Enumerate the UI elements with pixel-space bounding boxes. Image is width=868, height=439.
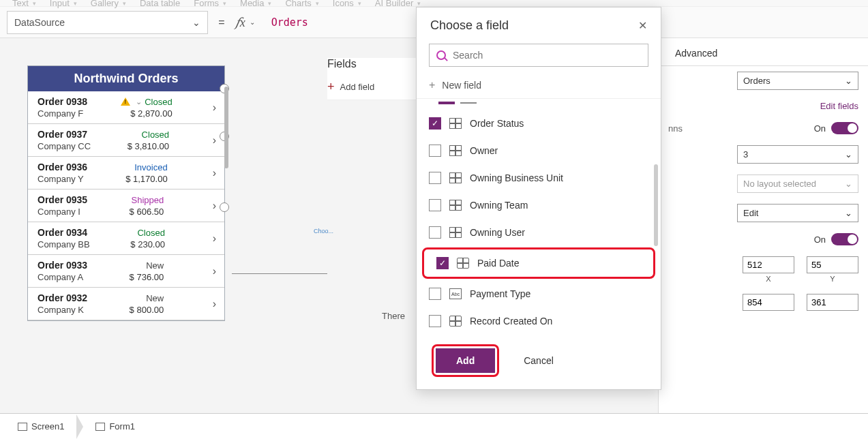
date-field-icon xyxy=(449,316,462,327)
insert-gallery[interactable]: Gallery▾ xyxy=(91,0,126,8)
order-status: Invoiced xyxy=(134,162,167,172)
fields-panel: Fields + Add field xyxy=(327,58,416,100)
order-row[interactable]: Order 0932Company K New$ 800.00 › xyxy=(28,288,224,320)
order-status: Closed xyxy=(145,97,172,107)
chevron-down-icon: ⌄ xyxy=(192,17,200,28)
order-id: Order 0936 xyxy=(38,162,87,172)
order-company: Company A xyxy=(38,272,87,282)
field-checkbox[interactable] xyxy=(429,315,441,327)
chevron-right-icon: › xyxy=(213,265,216,277)
add-button[interactable]: Add xyxy=(436,348,495,373)
field-checkbox[interactable] xyxy=(429,145,441,157)
order-company: Company CC xyxy=(38,141,91,151)
field-item[interactable]: Record Created On xyxy=(417,307,661,335)
insert-forms[interactable]: Forms▾ xyxy=(194,0,226,8)
tab-screen1[interactable]: Screen1 xyxy=(10,417,72,436)
order-id: Order 0932 xyxy=(38,292,87,303)
prop-columns-select[interactable]: 3⌄ xyxy=(737,145,858,164)
chevron-right-icon: › xyxy=(213,134,216,147)
lookup-field-icon xyxy=(449,118,462,129)
new-field-label: New field xyxy=(442,80,481,91)
date-field-icon xyxy=(457,258,469,269)
insert-charts[interactable]: Charts▾ xyxy=(285,0,318,8)
close-icon[interactable]: ✕ xyxy=(638,19,647,32)
field-label: Record Created On xyxy=(470,316,552,327)
order-row[interactable]: Order 0936Company Y Invoiced$ 1,170.00 › xyxy=(28,157,224,190)
plus-icon: + xyxy=(429,79,435,91)
scrollbar[interactable] xyxy=(224,87,228,168)
order-row[interactable]: Order 0937Company CC Closed$ 3,810.00 › xyxy=(28,124,224,157)
order-amount: $ 800.00 xyxy=(130,305,164,315)
field-item[interactable]: Owning Business Unit xyxy=(417,164,661,192)
warning-icon xyxy=(121,97,130,106)
edit-fields-link[interactable]: Edit fields xyxy=(820,101,858,111)
lookup-field-icon xyxy=(449,200,462,211)
insert-media[interactable]: Media▾ xyxy=(240,0,271,8)
field-search[interactable] xyxy=(429,44,648,67)
order-row[interactable]: Order 0935Company I Shipped$ 606.50 › xyxy=(28,190,224,222)
field-checkbox[interactable] xyxy=(429,117,441,130)
search-icon xyxy=(436,50,446,60)
field-item[interactable]: Owning User xyxy=(417,219,661,246)
field-preview-icon xyxy=(417,99,661,110)
field-label: Owning Team xyxy=(470,200,528,211)
order-amount: $ 606.50 xyxy=(130,207,164,217)
fx-button[interactable]: 𝑓x ⌄ xyxy=(235,15,255,30)
lookup-field-icon xyxy=(449,227,462,238)
insert-datatable[interactable]: Data table xyxy=(140,0,180,8)
field-item[interactable]: AbcPayment Type xyxy=(417,280,661,307)
order-status: New xyxy=(146,260,164,271)
field-item[interactable]: Order Status xyxy=(417,110,661,137)
order-amount: $ 3,810.00 xyxy=(128,141,169,151)
field-search-input[interactable] xyxy=(453,50,641,61)
field-item[interactable]: Paid Date xyxy=(422,247,655,279)
text-field-icon: Abc xyxy=(449,288,462,299)
field-checkbox[interactable] xyxy=(429,226,441,239)
property-select[interactable]: DataSource⌄ xyxy=(7,11,208,34)
connector-line xyxy=(232,273,327,274)
add-button-highlight: Add xyxy=(432,344,499,377)
field-list[interactable]: Order StatusOwnerOwning Business UnitOwn… xyxy=(417,110,661,335)
prop-y-input[interactable] xyxy=(807,256,858,273)
order-company: Company Y xyxy=(38,174,87,184)
field-checkbox[interactable] xyxy=(429,199,441,211)
field-label: Owner xyxy=(470,145,498,156)
add-field-button[interactable]: + Add field xyxy=(327,80,416,100)
order-row[interactable]: Order 0934Company BB Closed$ 230.00 › xyxy=(28,222,224,255)
tab-advanced[interactable]: Advanced xyxy=(667,41,725,65)
chevron-down-icon: ⌄ xyxy=(250,18,255,26)
new-field-button[interactable]: + New field xyxy=(417,72,661,99)
field-checkbox[interactable] xyxy=(436,257,449,269)
field-item[interactable]: Owning Team xyxy=(417,192,661,219)
field-checkbox[interactable] xyxy=(429,288,441,300)
order-row[interactable]: Order 0938Company F ⌄Closed$ 2,870.00 › xyxy=(28,91,224,124)
orders-gallery[interactable]: Northwind Orders Order 0938Company F ⌄Cl… xyxy=(27,65,225,321)
prop-layout-select[interactable]: No layout selected⌄ xyxy=(737,175,858,193)
scrollbar[interactable] xyxy=(654,164,658,246)
snap-toggle[interactable] xyxy=(831,122,858,134)
prop-mode-select[interactable]: Edit⌄ xyxy=(737,204,858,222)
visible-toggle[interactable] xyxy=(831,233,858,245)
lookup-field-icon xyxy=(449,145,462,156)
insert-input[interactable]: Input▾ xyxy=(50,0,77,8)
field-checkbox[interactable] xyxy=(429,172,441,184)
order-status: Closed xyxy=(137,228,164,238)
choose-field-title: Choose a field xyxy=(430,18,509,33)
plus-icon: + xyxy=(327,80,335,94)
tab-form1[interactable]: Form1 xyxy=(87,417,143,436)
selection-handle[interactable] xyxy=(220,202,229,212)
screen-tabs: Screen1 Form1 xyxy=(0,413,868,439)
prop-height-input[interactable] xyxy=(807,294,858,311)
tab-separator-icon xyxy=(76,414,83,439)
insert-text[interactable]: Text▾ xyxy=(12,0,36,8)
order-row[interactable]: Order 0933Company A New$ 736.00 › xyxy=(28,255,224,288)
chevron-down-icon: ⌄ xyxy=(136,97,142,106)
insert-ai[interactable]: AI Builder▾ xyxy=(375,0,421,8)
prop-width-input[interactable] xyxy=(743,294,794,311)
prop-x-input[interactable] xyxy=(743,256,794,273)
field-item[interactable]: Owner xyxy=(417,137,661,164)
insert-icons[interactable]: Icons▾ xyxy=(333,0,361,8)
prop-datasource-select[interactable]: Orders⌄ xyxy=(737,72,858,90)
order-status: New xyxy=(146,293,164,303)
cancel-button[interactable]: Cancel xyxy=(515,348,562,373)
